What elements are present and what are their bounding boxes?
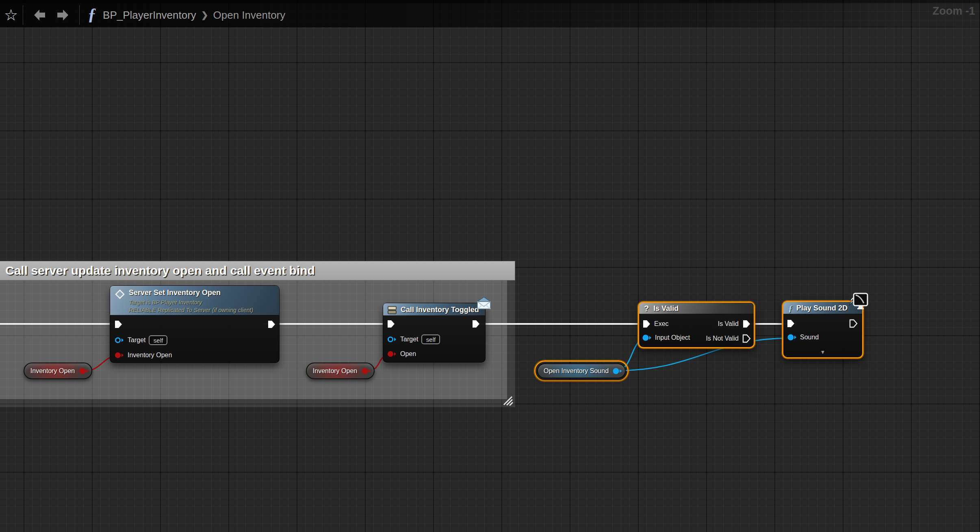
target-default-value: self	[149, 335, 167, 345]
target-pin-label: Target	[128, 337, 145, 344]
node-is-valid[interactable]: ? Is Valid Exec Is Valid Input Object Is…	[638, 302, 755, 348]
toolbar-divider	[79, 5, 80, 25]
target-object-pin[interactable]	[115, 337, 124, 344]
back-arrow-icon[interactable]	[34, 10, 45, 21]
comment-resize-grip[interactable]	[502, 395, 514, 406]
breadcrumb-parent[interactable]: BP_PlayerInventory	[103, 9, 196, 22]
sound-object-pin[interactable]	[787, 334, 797, 341]
variable-label: Open Inventory Sound	[544, 367, 619, 375]
node-title: Is Valid	[653, 304, 679, 313]
target-pin-label: Target	[400, 336, 418, 343]
event-dispatcher-icon	[387, 306, 397, 315]
exec-in-pin[interactable]	[114, 320, 123, 329]
toolbar-divider	[23, 5, 23, 25]
target-default-value: self	[421, 334, 440, 344]
sound-pin-label: Sound	[800, 334, 819, 341]
node-server-set-inventory-open[interactable]: Server Set Inventory Open Target is BP P…	[110, 285, 280, 363]
forward-arrow-icon[interactable]	[57, 10, 68, 21]
is-valid-out-label: Is Valid	[718, 320, 739, 328]
object-out-pin[interactable]	[612, 367, 623, 375]
advanced-collapse-icon[interactable]: ▼	[820, 350, 826, 355]
node-call-inventory-toggled[interactable]: Call Inventory Toggled Target self Open	[383, 303, 486, 363]
bookmark-star-icon[interactable]: ☆	[4, 7, 18, 23]
variable-label: Inventory Open	[313, 367, 368, 375]
open-bool-pin[interactable]	[387, 350, 397, 358]
graph-toolbar: ☆ ƒ BP_PlayerInventory ❯ Open Inventory	[0, 3, 569, 27]
node-title: Server Set Inventory Open	[129, 289, 253, 297]
is-not-valid-exec-out-pin[interactable]	[742, 334, 751, 343]
node-title: Play Sound 2D	[796, 304, 848, 313]
exec-out-pin[interactable]	[267, 320, 276, 329]
client-only-monitor-icon	[848, 292, 869, 311]
breadcrumb-current[interactable]: Open Inventory	[213, 9, 285, 22]
comment-title: Call server update inventory open and ca…	[0, 264, 315, 278]
inventory-open-bool-pin[interactable]	[115, 352, 124, 359]
target-object-pin[interactable]	[387, 336, 397, 343]
input-object-pin[interactable]	[642, 334, 652, 341]
variable-get-inventory-open-2[interactable]: Inventory Open	[306, 363, 375, 379]
variable-get-open-inventory-sound[interactable]: Open Inventory Sound	[537, 363, 626, 378]
node-title: Call Inventory Toggled	[401, 306, 479, 314]
bool-pin-label: Inventory Open	[128, 352, 172, 359]
blueprint-editor: Call server update inventory open and ca…	[0, 0, 980, 532]
is-valid-exec-out-pin[interactable]	[742, 319, 751, 328]
bool-out-pin[interactable]	[361, 367, 372, 375]
event-envelope-icon	[476, 296, 492, 311]
exec-out-pin[interactable]	[471, 319, 480, 328]
function-icon: ƒ	[788, 303, 793, 314]
breadcrumb-chevron-icon: ❯	[201, 10, 208, 20]
exec-out-pin[interactable]	[849, 319, 858, 328]
node-subtitle-reliable: RELIABLE Replicated To Server (if owning…	[129, 306, 253, 314]
zoom-level-indicator: Zoom -1	[932, 5, 975, 17]
bool-pin-label: Open	[400, 350, 416, 358]
variable-label: Inventory Open	[30, 367, 85, 375]
comment-header[interactable]: Call server update inventory open and ca…	[0, 261, 515, 280]
function-graph-icon: ƒ	[88, 4, 96, 24]
variable-get-inventory-open-1[interactable]: Inventory Open	[24, 363, 92, 379]
exec-in-pin[interactable]	[386, 319, 395, 328]
bool-out-pin[interactable]	[79, 367, 89, 375]
event-diamond-icon	[115, 289, 125, 299]
exec-in-pin[interactable]	[642, 319, 651, 328]
is-not-valid-out-label: Is Not Valid	[706, 335, 739, 342]
exec-in-pin[interactable]	[786, 319, 795, 328]
input-object-label: Input Object	[655, 334, 690, 341]
question-icon: ?	[644, 304, 649, 313]
node-subtitle-target: Target is BP Player Inventory	[129, 299, 253, 306]
exec-pin-label: Exec	[654, 320, 669, 328]
